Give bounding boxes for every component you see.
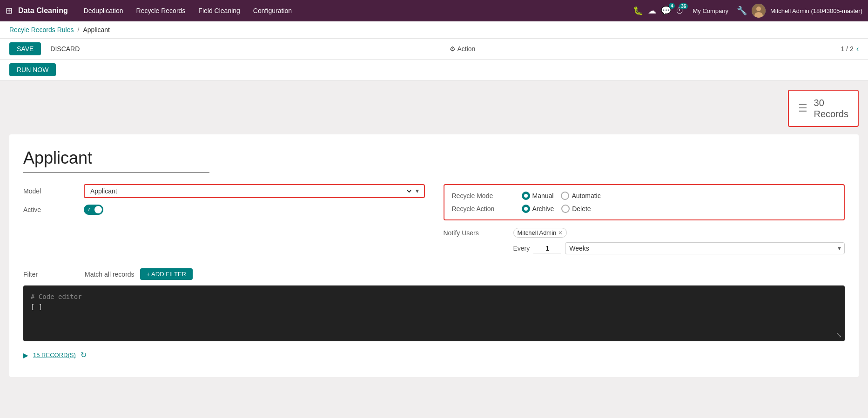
recycle-mode-label: Recycle Mode <box>452 192 517 199</box>
radio-archive-label: Archive <box>532 205 554 212</box>
svg-point-1 <box>756 7 761 11</box>
radio-manual-circle <box>522 192 530 200</box>
run-bar: RUN NOW <box>0 60 868 80</box>
tools-icon[interactable]: 🔧 <box>737 6 747 16</box>
action-bar: SAVE DISCARD ⚙ Action 1 / 2 ‹ <box>0 39 868 60</box>
bug-icon[interactable]: 🐛 <box>633 6 643 16</box>
nav-field-cleaning[interactable]: Field Cleaning <box>193 5 246 16</box>
pagination-text: 1 / 2 <box>841 45 853 53</box>
radio-archive-circle <box>522 205 530 213</box>
form-left-column: Model Applicant ▼ Active <box>23 184 425 254</box>
notify-label: Notify Users <box>444 229 509 237</box>
timer-badge: 36 <box>679 3 688 9</box>
cloud-icon[interactable]: ☁ <box>648 6 656 16</box>
save-button[interactable]: SAVE <box>9 42 41 55</box>
code-resize-icon[interactable]: ⤡ <box>836 331 842 339</box>
recycle-action-delete[interactable]: Delete <box>561 205 591 213</box>
toggle-checkmark-icon: ✓ <box>87 206 91 212</box>
timer-icon[interactable]: ⏱ 36 <box>676 6 684 16</box>
filter-section: Filter Match all records + ADD FILTER # … <box>23 268 845 341</box>
breadcrumb-link[interactable]: Recyle Records Rules <box>9 26 74 33</box>
user-name: Mitchell Admin (18043005-master) <box>770 7 862 14</box>
grid-icon[interactable]: ⊞ <box>6 6 13 16</box>
recycle-mode-row: Recycle Mode Manual Automatic <box>452 192 837 200</box>
user-tag-name: Mitchell Admin <box>518 229 557 236</box>
notify-users-row: Notify Users Mitchell Admin ✕ <box>444 228 845 238</box>
main-content: ☰ 30 Records Applicant Model Applicant <box>0 80 868 386</box>
records-list-icon: ☰ <box>798 103 807 113</box>
nav-configuration[interactable]: Configuration <box>248 5 297 16</box>
recycle-mode-automatic[interactable]: Automatic <box>561 192 600 200</box>
radio-delete-circle <box>561 205 570 213</box>
user-tag-remove-icon[interactable]: ✕ <box>558 230 563 236</box>
run-now-button[interactable]: RUN NOW <box>9 63 56 76</box>
nav-recycle-records[interactable]: Recycle Records <box>131 5 191 16</box>
records-card: ☰ 30 Records <box>788 90 859 127</box>
avatar[interactable] <box>752 4 766 18</box>
every-value-input[interactable] <box>533 244 561 253</box>
arrow-right-icon: ▶ <box>23 352 28 359</box>
bottom-bar: ▶ 15 RECORD(S) ↻ <box>23 347 845 363</box>
every-label: Every <box>513 245 530 252</box>
form-right-column: Recycle Mode Manual Automatic <box>444 184 845 254</box>
recycle-action-options: Archive Delete <box>522 205 591 213</box>
chat-badge: 4 <box>669 3 675 9</box>
radio-manual-label: Manual <box>532 192 554 199</box>
code-comment: # Code editor <box>31 293 837 300</box>
filter-row: Filter Match all records + ADD FILTER <box>23 268 845 280</box>
filter-match-text: Match all records <box>85 271 135 278</box>
discard-button[interactable]: DISCARD <box>46 42 84 55</box>
app-title: Data Cleaning <box>18 7 68 15</box>
active-toggle[interactable]: ✓ <box>84 205 103 215</box>
recycle-action-row: Recycle Action Archive Delete <box>452 205 837 213</box>
user-tag: Mitchell Admin ✕ <box>513 228 567 238</box>
recycle-action-label: Recycle Action <box>452 205 517 212</box>
records-count: 30 Records <box>814 97 848 119</box>
radio-automatic-label: Automatic <box>572 192 600 199</box>
action-button[interactable]: ⚙ Action <box>450 45 475 53</box>
model-label: Model <box>23 187 79 195</box>
top-navigation: ⊞ Data Cleaning Deduplication Recycle Re… <box>0 0 868 21</box>
radio-automatic-circle <box>561 192 569 200</box>
chat-icon[interactable]: 💬 4 <box>661 6 671 16</box>
model-field-row: Model Applicant ▼ <box>23 184 425 198</box>
every-unit-wrapper: Weeks Days Months ▼ <box>565 242 845 254</box>
recycle-action-archive[interactable]: Archive <box>522 205 554 213</box>
active-field-row: Active ✓ <box>23 205 425 215</box>
recycle-mode-options: Manual Automatic <box>522 192 601 200</box>
breadcrumb-current: Applicant <box>83 26 110 33</box>
model-control: Applicant ▼ <box>84 184 425 198</box>
radio-delete-label: Delete <box>572 205 591 212</box>
form-title: Applicant <box>23 148 209 173</box>
notify-control: Mitchell Admin ✕ <box>513 228 567 238</box>
model-chevron-icon: ▼ <box>415 188 420 194</box>
form-card: Applicant Model Applicant ▼ <box>9 134 859 377</box>
code-content[interactable]: [ ] <box>31 303 837 311</box>
recycle-mode-manual[interactable]: Manual <box>522 192 554 200</box>
breadcrumb-separator: / <box>78 26 80 33</box>
code-editor: # Code editor [ ] ⤡ <box>23 285 845 341</box>
nav-deduplication[interactable]: Deduplication <box>78 5 129 16</box>
recycle-box: Recycle Mode Manual Automatic <box>444 184 845 220</box>
form-columns: Model Applicant ▼ Active <box>23 184 845 254</box>
company-name: My Company <box>693 7 728 14</box>
pagination-prev-icon[interactable]: ‹ <box>856 45 859 53</box>
active-label: Active <box>23 206 79 213</box>
model-select-wrapper[interactable]: Applicant ▼ <box>84 184 425 198</box>
every-row: Every Weeks Days Months ▼ <box>513 242 845 254</box>
breadcrumb: Recyle Records Rules / Applicant <box>0 21 868 39</box>
refresh-icon[interactable]: ↻ <box>81 351 87 359</box>
model-select[interactable]: Applicant <box>88 187 413 195</box>
pagination: 1 / 2 ‹ <box>841 45 859 53</box>
records-count-button[interactable]: 15 RECORD(S) <box>33 352 76 358</box>
add-filter-button[interactable]: + ADD FILTER <box>140 268 193 280</box>
every-unit-select[interactable]: Weeks Days Months <box>565 242 845 254</box>
active-control: ✓ <box>84 205 425 215</box>
filter-label: Filter <box>23 271 79 278</box>
